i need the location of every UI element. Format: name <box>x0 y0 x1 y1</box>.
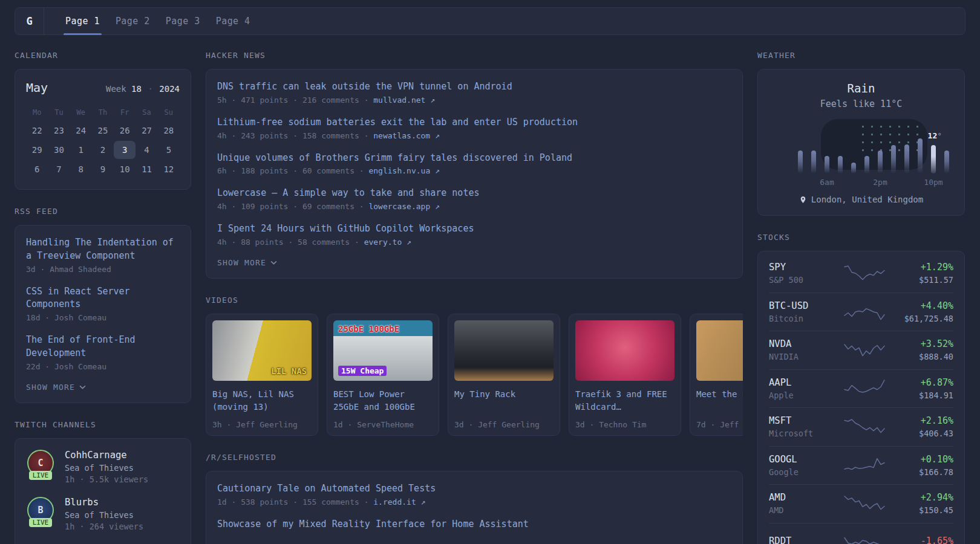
stock-name: Google <box>769 467 835 477</box>
hn-item: DNS traffic can leak outside the VPN tun… <box>217 80 731 105</box>
channel-name[interactable]: Blurbs <box>65 497 143 508</box>
stock-row[interactable]: MSFTMicrosoft +2.16%$406.43 <box>769 407 953 446</box>
stock-row[interactable]: AAPLApple +6.87%$184.91 <box>769 369 953 408</box>
twitch-avatar-wrap: B LIVE <box>26 497 55 531</box>
stock-symbol[interactable]: SPY <box>769 262 835 273</box>
video-title[interactable]: Traefik 3 and FREE Wildcard… <box>575 388 675 415</box>
stock-change: -1.65% <box>893 536 953 544</box>
calendar-day: 8 <box>70 160 92 178</box>
external-link-icon: ↗ <box>430 96 435 105</box>
tab-page-4[interactable]: Page 4 <box>208 8 258 34</box>
reddit-item-link[interactable]: Cautionary Tale on Automated Speed Tests <box>217 482 731 496</box>
hn-domain-link[interactable]: every.to ↗ <box>364 238 411 247</box>
external-link-icon: ↗ <box>407 238 411 247</box>
reddit-item: Showcase of my Mixed Reality Interface f… <box>217 518 731 531</box>
tab-page-2[interactable]: Page 2 <box>108 8 158 34</box>
video-card[interactable]: 25GbE 100GbE15W Cheap BEST Low Power 25G… <box>327 314 439 436</box>
video-title[interactable]: BEST Low Power 25GbE and 100GbE Switch… <box>333 388 433 415</box>
stock-sparkline <box>843 302 886 322</box>
rss-item-link[interactable]: Handling The Indentation of a Treeview C… <box>26 236 180 263</box>
stock-name: Apple <box>769 390 835 400</box>
twitch-channel-row[interactable]: C LIVE CohhCarnage Sea of Thieves 1h · 5… <box>26 450 180 484</box>
calendar-day: 25 <box>92 121 114 140</box>
selfhosted-section: /R/SELFHOSTED Cautionary Tale on Automat… <box>206 453 743 544</box>
hn-item-link[interactable]: Lithium-free sodium batteries exit the l… <box>217 116 731 129</box>
dashboard: G Page 1 Page 2 Page 3 Page 4 CALENDAR M… <box>0 0 980 544</box>
degree-symbol: ° <box>937 131 942 140</box>
stock-row[interactable]: GOOGLGoogle +0.10%$166.78 <box>769 446 953 485</box>
calendar-day: 29 <box>26 141 48 159</box>
video-card[interactable]: FAS Meet the Linux Clu 7d · Jeff Geerlin… <box>690 314 743 436</box>
weather-bar <box>944 151 949 173</box>
hn-meta-text: 4h · 243 points · 158 comments · <box>217 131 368 140</box>
reddit-item-link[interactable]: Showcase of my Mixed Reality Interface f… <box>217 518 731 531</box>
reddit-domain-link[interactable]: i.redd.it ↗ <box>373 497 425 507</box>
rss-item-meta: 18d · Josh Comeau <box>26 313 180 322</box>
stocks-card: SPYS&P 500 +1.29%$511.57 BTC-USDBitcoin … <box>757 251 965 544</box>
tab-page-1[interactable]: Page 1 <box>57 8 108 34</box>
stock-symbol[interactable]: GOOGL <box>769 454 835 465</box>
right-column: WEATHER Rain Feels like 11°C 12° 6am2pm1… <box>757 51 965 544</box>
video-title[interactable]: Meet the Linux Clu <box>696 388 743 415</box>
stock-row[interactable]: AMDAMD +2.94%$150.45 <box>769 484 953 523</box>
hn-meta-text: 4h · 109 points · 69 comments · <box>217 202 364 211</box>
stock-name: AMD <box>769 505 835 515</box>
twitch-channel-row[interactable]: B LIVE Blurbs Sea of Thieves 1h · 264 vi… <box>26 497 180 531</box>
stock-row[interactable]: RDDT -1.65% <box>769 523 953 544</box>
calendar-day: 28 <box>158 121 180 140</box>
video-title[interactable]: My Tiny Rack <box>454 388 554 415</box>
calendar-header: CALENDAR <box>15 51 191 60</box>
hn-domain-link[interactable]: english.nv.ua ↗ <box>368 166 439 175</box>
hn-item-meta: 4h · 243 points · 158 comments · newatla… <box>217 131 731 140</box>
stock-row[interactable]: SPYS&P 500 +1.29%$511.57 <box>769 254 953 293</box>
hn-item-link[interactable]: Unique volumes of Brothers Grimm fairy t… <box>217 152 731 165</box>
stock-symbol[interactable]: BTC-USD <box>769 300 835 311</box>
stock-change: +3.52% <box>893 338 953 349</box>
stock-symbol[interactable]: AMD <box>769 492 835 503</box>
rss-item-link[interactable]: The End of Front-End Development <box>26 334 180 360</box>
video-thumbnail[interactable]: FAS <box>696 320 743 381</box>
hn-show-more-button[interactable]: SHOW MORE <box>217 258 731 267</box>
video-thumbnail[interactable] <box>575 320 675 381</box>
channel-name[interactable]: CohhCarnage <box>65 450 148 461</box>
stock-symbol[interactable]: AAPL <box>769 377 835 388</box>
hn-item-link[interactable]: I Spent 24 Hours with GitHub Copilot Wor… <box>217 222 731 236</box>
stock-symbol[interactable]: RDDT <box>769 536 835 544</box>
stock-sparkline <box>843 493 886 514</box>
domain-text: i.redd.it <box>373 497 416 507</box>
rss-item-meta: 3d · Ahmad Shadeed <box>26 265 180 274</box>
stock-symbol[interactable]: NVDA <box>769 338 835 349</box>
hn-domain-link[interactable]: newatlas.com ↗ <box>373 131 440 140</box>
rss-item-link[interactable]: CSS in React Server Components <box>26 285 180 312</box>
app-logo[interactable]: G <box>15 8 44 34</box>
weather-bar <box>878 151 883 173</box>
tab-page-3[interactable]: Page 3 <box>158 8 208 34</box>
calendar-day: 10 <box>114 160 136 178</box>
hn-item-link[interactable]: Lowercase – A simple way to take and sha… <box>217 187 731 200</box>
calendar-card: May Week 18 · 2024 Mo Tu We Th Fr Sa Su … <box>15 69 191 190</box>
stock-symbol[interactable]: MSFT <box>769 415 835 426</box>
video-title[interactable]: Big NAS, Lil NAS (moving 13) <box>212 388 312 415</box>
external-link-icon: ↗ <box>421 497 426 507</box>
rss-show-more-button[interactable]: SHOW MORE <box>26 383 180 392</box>
stock-row[interactable]: BTC-USDBitcoin +4.40%$61,725.48 <box>769 293 953 331</box>
video-card[interactable]: LIL NAS Big NAS, Lil NAS (moving 13) 3h … <box>206 314 318 436</box>
domain-text: newatlas.com <box>373 131 430 140</box>
video-thumbnail[interactable] <box>454 320 554 381</box>
weather-bar <box>864 156 869 173</box>
weekday-label: Su <box>158 105 180 120</box>
calendar-day: 9 <box>92 160 114 178</box>
video-card[interactable]: Traefik 3 and FREE Wildcard… 3d · Techno… <box>569 314 681 436</box>
video-card[interactable]: My Tiny Rack 3d · Jeff Geerling <box>448 314 560 436</box>
stock-row[interactable]: NVDANVIDIA +3.52%$888.40 <box>769 331 953 369</box>
location-text: London, United Kingdom <box>811 195 923 204</box>
hn-item: I Spent 24 Hours with GitHub Copilot Wor… <box>217 222 731 247</box>
video-thumbnail[interactable]: 25GbE 100GbE15W Cheap <box>333 320 433 381</box>
hn-domain-link[interactable]: lowercase.app ↗ <box>368 202 439 211</box>
hn-item-link[interactable]: DNS traffic can leak outside the VPN tun… <box>217 80 731 94</box>
external-link-icon: ↗ <box>435 202 440 211</box>
video-thumbnail[interactable]: LIL NAS <box>212 320 312 381</box>
stock-sparkline <box>843 263 886 283</box>
hn-domain-link[interactable]: mullvad.net ↗ <box>373 96 435 105</box>
live-badge: LIVE <box>29 518 53 527</box>
